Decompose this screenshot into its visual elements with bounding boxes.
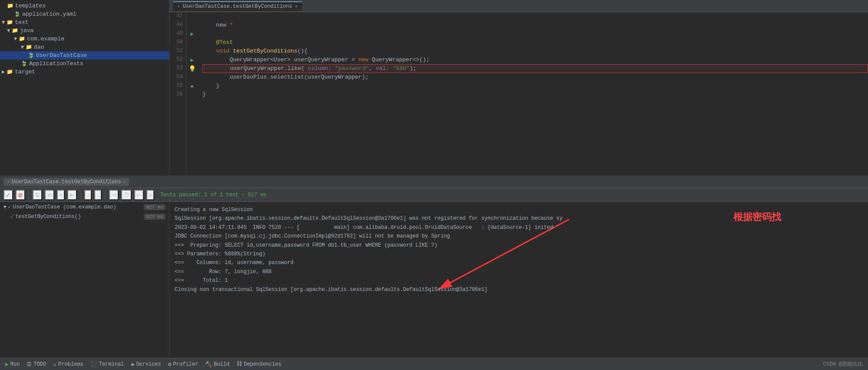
status-bar: ▶ Run ☰ TODO ⚠ Problems ⬛ Terminal ◈ Ser… — [0, 358, 868, 370]
todo-status-item[interactable]: ☰ TODO — [27, 361, 46, 368]
main-area: 📁 templates 🍃 application.yaml ▼ 📁 test … — [0, 0, 868, 175]
down-button[interactable]: ↓ — [94, 190, 102, 200]
code-line-53: userQueryWrapper.like( column: "password… — [202, 64, 868, 73]
run-status-label: Run — [10, 361, 20, 367]
problems-status-item[interactable]: ⚠ Problems — [53, 361, 83, 368]
code-line-56: } — [202, 90, 868, 99]
profiler-icon: ⚙ — [168, 361, 172, 368]
sort-desc-button[interactable]: ⇄ — [45, 190, 54, 200]
sidebar-item-label: dao — [34, 44, 44, 50]
sidebar-item-application-tests[interactable]: 🍃 ApplicationTests — [0, 59, 169, 68]
expand-icon: ▼ — [3, 205, 7, 210]
folder-icon: 📁 — [19, 36, 25, 42]
run-panel: ⚡ UserDaoTastCase.testGetByConditions ✕ … — [0, 175, 868, 358]
todo-label: TODO — [33, 361, 46, 367]
test-class-row[interactable]: ▼ ✓ UserDaoTastCase (com.example.dao) 92… — [0, 202, 169, 212]
services-label: Services — [136, 361, 161, 367]
output-line-8: <== Row: 7, longjie, 888 — [175, 268, 863, 276]
sidebar-item-label: ApplicationTests — [29, 60, 83, 67]
rerun-button[interactable]: ✓ — [3, 190, 13, 200]
sidebar-item-test[interactable]: ▼ 📁 test — [0, 18, 169, 26]
run-status-item[interactable]: ▶ Run — [5, 361, 20, 368]
build-icon: 🔨 — [205, 361, 212, 368]
run-toolbar: ✓ ⊘ ⇅ ⇄ ≡ ⇤ ↑ ↓ ⊣ ⏱ ⊢ » Tests passed: 1 … — [0, 188, 868, 202]
run-gutter-icon2[interactable]: ▶ — [190, 57, 193, 63]
editor-tab-label: UserDaoTastCase.testGetByConditions — [183, 3, 292, 10]
java-test-icon: 🍃 — [21, 60, 27, 67]
code-line-49 — [202, 30, 868, 38]
close-tab-button[interactable]: ✕ — [295, 3, 298, 9]
align-button[interactable]: ≡ — [57, 190, 65, 200]
run-play-icon: ▶ — [5, 361, 9, 368]
editor-tab-active[interactable]: ⚡ UserDaoTastCase.testGetByConditions ✕ — [173, 1, 302, 11]
output-line-9: <== Total: 1 — [175, 276, 863, 285]
toolbar-separator-3 — [105, 191, 106, 199]
sidebar-item-label: UserDaoTastCase — [36, 52, 87, 59]
sidebar-item-target[interactable]: ▶ 📁 target — [0, 68, 169, 76]
code-line-52: QueryWrapper<User> userQueryWrapper = ne… — [202, 56, 868, 64]
test-tab-icon: ⚡ — [177, 3, 180, 9]
build-status-item[interactable]: 🔨 Build — [205, 361, 229, 368]
todo-icon: ☰ — [27, 361, 32, 368]
sidebar-item-label: target — [15, 69, 35, 75]
breakpoint-icon[interactable]: ◆ — [191, 83, 194, 89]
sidebar-item-label: com.example — [27, 36, 64, 42]
run-tab-bar: ⚡ UserDaoTastCase.testGetByConditions ✕ — [0, 176, 868, 188]
sort-asc-button[interactable]: ⇅ — [33, 190, 42, 200]
output-line-3: 2023-09-02 14:47:11.845 INFO 7520 --- [ … — [175, 223, 863, 232]
folder-icon: 📁 — [7, 19, 13, 26]
code-line-50: @Test — [202, 38, 868, 47]
sidebar-item-label: test — [15, 19, 28, 26]
problems-icon: ⚠ — [53, 361, 56, 368]
sidebar-item-dao[interactable]: ▼ 📁 dao — [0, 43, 169, 51]
clock-button[interactable]: ⏱ — [121, 190, 132, 200]
terminal-status-item[interactable]: ⬛ Terminal — [90, 361, 124, 368]
code-line-47 — [202, 12, 868, 21]
code-line-48: new * — [202, 21, 868, 30]
output-line-4: JDBC Connection [com.mysql.cj.jdbc.Conne… — [175, 232, 863, 241]
folder-icon: 📁 — [7, 3, 13, 9]
code-content: new * @Test void testGetByConditions(){ — [197, 12, 868, 175]
output-line-1: Creating a new SqlSession — [175, 205, 863, 214]
import-button[interactable]: ⊣ — [109, 190, 119, 200]
close-run-tab-button[interactable]: ✕ — [123, 179, 126, 185]
toolbar-separator-1 — [29, 191, 29, 199]
more-button[interactable]: » — [146, 190, 154, 200]
bulb-gutter-icon[interactable]: 💡 — [189, 65, 196, 73]
test-method-label: testGetByConditions() — [15, 214, 81, 220]
expand-icon: ▶ — [2, 69, 5, 75]
sidebar-item-templates[interactable]: 📁 templates — [0, 2, 169, 10]
dependencies-label: Dependencies — [244, 361, 281, 367]
output-line-2: SqlSession [org.apache.ibatis.session.de… — [175, 214, 863, 223]
output-line-10: Closing non transactional SqlSession [or… — [175, 285, 863, 294]
profiler-status-item[interactable]: ⚙ Profiler — [168, 361, 198, 368]
export-button[interactable]: ⊢ — [134, 190, 144, 200]
expand-icon: ▼ — [7, 28, 10, 34]
test-method-time: 927 ms — [144, 214, 166, 220]
run-main: ▼ ✓ UserDaoTastCase (com.example.dao) 92… — [0, 202, 868, 358]
output-line-5: ==> Preparing: SELECT id,username,passwo… — [175, 241, 863, 250]
folder-icon: 📁 — [7, 69, 13, 75]
output-line-7: <== Columns: id, username, password — [175, 258, 863, 267]
test-class-time: 927 ms — [144, 204, 166, 210]
branding: CSDN @恶能比比 — [823, 360, 863, 368]
run-output: Creating a new SqlSession SqlSession [or… — [169, 202, 868, 297]
expand-icon: ▼ — [2, 20, 5, 26]
code-area: 47 48 49 50 51 52 53 54 55 56 ▶ — [169, 12, 868, 175]
run-tab-active[interactable]: ⚡ UserDaoTastCase.testGetByConditions ✕ — [3, 178, 129, 186]
sidebar-item-com-example[interactable]: ▼ 📁 com.example — [0, 35, 169, 43]
test-method-row[interactable]: ✓ testGetByConditions() 927 ms — [0, 212, 169, 221]
toolbar-separator-2 — [80, 191, 81, 199]
editor: ⚡ UserDaoTastCase.testGetByConditions ✕ … — [169, 0, 868, 175]
stop-button[interactable]: ⊘ — [16, 190, 25, 200]
run-gutter-icon[interactable]: ▶ — [190, 31, 193, 37]
pass-icon-method: ✓ — [10, 213, 13, 220]
collapse-button[interactable]: ⇤ — [67, 190, 77, 200]
sidebar-item-user-dao-tast-case[interactable]: 🍃 UserDaoTastCase — [0, 51, 169, 59]
sidebar-item-application-yaml[interactable]: 🍃 application.yaml — [0, 10, 169, 18]
sidebar-item-java[interactable]: ▼ 📁 java — [0, 26, 169, 35]
pass-icon: ✓ — [8, 204, 11, 210]
services-status-item[interactable]: ◈ Services — [131, 361, 161, 368]
dependencies-status-item[interactable]: ⛓ Dependencies — [236, 361, 281, 367]
up-button[interactable]: ↑ — [84, 190, 92, 200]
